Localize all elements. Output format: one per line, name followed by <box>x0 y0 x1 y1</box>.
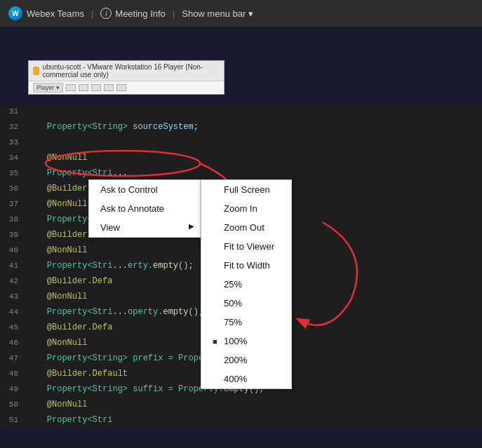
submenu-item[interactable]: 200% <box>201 351 291 369</box>
line-number: 50 <box>0 400 27 409</box>
line-content: @NonNull <box>27 153 87 163</box>
top-bar: W Webex Teams | i Meeting Info | Show me… <box>0 0 482 27</box>
meeting-info-button[interactable]: i Meeting Info <box>100 8 166 19</box>
ctx-ask-annotate[interactable]: Ask to Annotate <box>89 199 200 218</box>
submenu-item[interactable]: ■100% <box>201 332 291 351</box>
code-line: 50 @NonNull <box>0 397 482 412</box>
vm-toolbar-pause[interactable] <box>66 84 76 91</box>
submenu-item[interactable]: Full Screen <box>201 180 291 199</box>
separator1: | <box>91 8 93 19</box>
code-line: 33 <box>0 135 482 150</box>
submenu-item-label: 50% <box>224 298 242 308</box>
submenu-item-label: Fit to Width <box>224 260 270 271</box>
vm-toolbar-stop[interactable] <box>79 84 88 91</box>
line-number: 41 <box>0 262 27 270</box>
code-line: 32 Property<String> sourceSystem; <box>0 119 482 135</box>
vm-title-text: ubuntu-scott - VMware Workstation 16 Pla… <box>42 63 220 79</box>
line-number: 48 <box>0 369 27 378</box>
line-content: @Builder.Defa <box>27 276 112 286</box>
ctx-view-label: View <box>100 222 120 233</box>
meeting-info-label: Meeting Info <box>115 8 166 19</box>
submenu-item-label: 200% <box>224 355 247 365</box>
submenu-item-label: 25% <box>224 279 242 290</box>
line-number: 49 <box>0 385 27 393</box>
ctx-ask-control-label: Ask to Control <box>100 184 158 195</box>
line-number: 37 <box>0 200 27 208</box>
line-content: @Builder.Defa <box>27 323 112 332</box>
line-number: 46 <box>0 339 27 347</box>
line-number: 51 <box>0 416 27 424</box>
submenu-item-label: Zoom Out <box>224 222 265 233</box>
line-content: Property<Stri <box>27 415 112 425</box>
code-line: 34 @NonNull <box>0 150 482 165</box>
line-content: Property<Stri...operty.empty(); <box>27 307 203 317</box>
vm-toolbar: Player ▾ <box>29 81 224 94</box>
line-number: 35 <box>0 169 27 177</box>
ctx-view[interactable]: View <box>89 218 200 237</box>
line-number: 34 <box>0 154 27 162</box>
vm-toolbar-extra[interactable] <box>116 84 126 91</box>
line-number: 36 <box>0 184 27 193</box>
line-number: 45 <box>0 323 27 332</box>
context-menu: Ask to Control Ask to Annotate View <box>88 179 201 238</box>
line-number: 32 <box>0 123 27 131</box>
submenu-item-label: Zoom In <box>224 203 257 214</box>
show-menu-button[interactable]: Show menu bar ▾ <box>182 8 253 19</box>
line-number: 42 <box>0 277 27 285</box>
vm-window: ubuntu-scott - VMware Workstation 16 Pla… <box>28 60 225 95</box>
show-menu-label: Show menu bar <box>182 8 246 19</box>
chevron-down-icon: ▾ <box>248 8 253 19</box>
submenu-item[interactable]: 25% <box>201 275 291 294</box>
line-number: 43 <box>0 292 27 301</box>
submenu: Full ScreenZoom InZoom OutFit to ViewerF… <box>201 179 292 389</box>
webex-logo: W Webex Teams <box>8 6 84 20</box>
line-number: 39 <box>0 231 27 239</box>
check-mark: ■ <box>213 337 220 346</box>
code-line: 31 <box>0 104 482 119</box>
submenu-item-label: Full Screen <box>224 184 270 195</box>
submenu-item[interactable]: Zoom In <box>201 199 291 218</box>
line-content: @NonNull <box>27 245 87 255</box>
vm-title-bar: ubuntu-scott - VMware Workstation 16 Pla… <box>29 61 224 81</box>
separator2: | <box>173 8 175 19</box>
line-content: Property<Stri... <box>27 168 128 178</box>
line-content: @NonNull <box>27 338 87 348</box>
code-line: 51 Property<Stri <box>0 412 482 428</box>
line-content: @NonNull <box>27 199 87 209</box>
line-number: 44 <box>0 308 27 316</box>
submenu-item[interactable]: 50% <box>201 294 291 313</box>
vm-toolbar-settings[interactable] <box>91 84 101 91</box>
submenu-item-label: Fit to Viewer <box>224 241 274 252</box>
line-content: Property<Stri...erty.empty(); <box>27 261 194 271</box>
submenu-item-label: 100% <box>224 336 247 346</box>
info-icon: i <box>100 8 112 19</box>
webex-logo-icon: W <box>8 6 22 20</box>
code-line: 35 Property<Stri... <box>0 165 482 181</box>
line-content: @NonNull <box>27 400 87 409</box>
line-number: 38 <box>0 215 27 224</box>
line-content: @NonNull <box>27 292 87 301</box>
submenu-item-label: 400% <box>224 374 247 384</box>
submenu-item[interactable]: Zoom Out <box>201 218 291 237</box>
line-content: Property<String> sourceSystem; <box>27 122 199 132</box>
submenu-item[interactable]: Fit to Width <box>201 256 291 275</box>
app-name: Webex Teams <box>27 8 84 19</box>
line-number: 33 <box>0 138 27 147</box>
main-area: ubuntu-scott - VMware Workstation 16 Pla… <box>0 27 482 448</box>
ctx-ask-annotate-label: Ask to Annotate <box>100 203 164 214</box>
line-number: 40 <box>0 246 27 254</box>
vm-title-icon <box>33 67 39 75</box>
submenu-item[interactable]: 400% <box>201 369 291 388</box>
vm-toolbar-fullscreen[interactable] <box>104 84 114 91</box>
line-number: 47 <box>0 354 27 362</box>
submenu-item[interactable]: 75% <box>201 313 291 332</box>
line-content: @Builder.Default <box>27 369 128 379</box>
ctx-ask-control[interactable]: Ask to Control <box>89 180 200 199</box>
line-number: 31 <box>0 107 27 116</box>
submenu-item[interactable]: Fit to Viewer <box>201 237 291 256</box>
submenu-item-label: 75% <box>224 317 242 327</box>
player-dropdown[interactable]: Player ▾ <box>33 83 63 93</box>
